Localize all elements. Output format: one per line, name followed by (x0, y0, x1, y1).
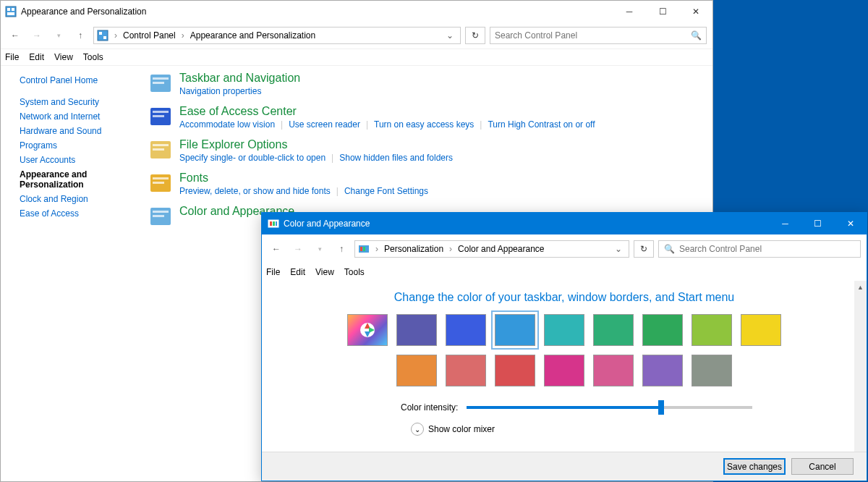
up-button[interactable]: ↑ (333, 240, 350, 258)
search-icon[interactable]: 🔍 (690, 30, 702, 41)
category-link[interactable]: Accommodate low vision (179, 119, 275, 130)
category-title[interactable]: Ease of Access Center (179, 105, 595, 118)
address-bar: ← → ▾ ↑ › Personalization › Color and Ap… (262, 234, 867, 263)
category-link[interactable]: Preview, delete, or show and hide fonts (179, 186, 331, 196)
minimize-button[interactable]: ─ (769, 213, 801, 234)
chevron-down-icon: ⌄ (411, 423, 424, 436)
menu-bar: File Edit View Tools (262, 263, 867, 281)
category-link[interactable]: Navigation properties (179, 86, 261, 96)
category-icon (149, 205, 172, 228)
sidebar-item[interactable]: Appearance and Personalization (20, 167, 135, 192)
refresh-button[interactable]: ↻ (634, 240, 654, 258)
category-link[interactable]: Change Font Settings (344, 186, 428, 196)
address-dropdown[interactable]: ⌄ (443, 30, 457, 41)
search-input[interactable] (495, 30, 690, 41)
menu-tools[interactable]: Tools (344, 267, 365, 277)
search-box[interactable]: 🔍 (658, 240, 861, 258)
close-button[interactable]: ✕ (834, 213, 867, 234)
category-icon (149, 105, 172, 128)
maximize-button[interactable]: ☐ (646, 1, 679, 22)
color-appearance-window: Color and Appearance ─ ☐ ✕ ← → ▾ ↑ › Per… (261, 212, 867, 481)
color-swatch[interactable] (593, 314, 634, 346)
category-link[interactable]: Specify single- or double-click to open (179, 153, 326, 163)
menu-file[interactable]: File (5, 52, 19, 62)
menu-file[interactable]: File (266, 267, 280, 277)
sidebar-item[interactable]: Hardware and Sound (20, 124, 135, 138)
up-button[interactable]: ↑ (72, 27, 89, 44)
back-button[interactable]: ← (7, 27, 24, 44)
save-changes-button[interactable]: Save changes (723, 458, 786, 475)
recent-dropdown[interactable]: ▾ (50, 27, 67, 44)
address-field[interactable]: › Control Panel › Appearance and Persona… (93, 27, 461, 44)
sidebar-item[interactable]: Ease of Access (20, 206, 135, 221)
forward-button[interactable]: → (28, 27, 46, 44)
breadcrumb-item[interactable]: Control Panel (123, 30, 176, 41)
color-mixer-toggle[interactable]: ⌄ Show color mixer (376, 423, 752, 436)
sidebar-item[interactable]: User Accounts (20, 153, 135, 167)
address-bar: ← → ▾ ↑ › Control Panel › Appearance and… (1, 22, 712, 48)
category-link[interactable]: Show hidden files and folders (339, 153, 453, 163)
color-swatch[interactable] (642, 355, 683, 386)
search-box[interactable]: 🔍 (490, 27, 707, 44)
breadcrumb-separator: › (375, 244, 378, 254)
svg-rect-9 (153, 82, 164, 84)
address-field[interactable]: › Personalization › Color and Appearance… (354, 240, 629, 258)
category-link[interactable]: Turn on easy access keys (374, 119, 474, 130)
menu-edit[interactable]: Edit (29, 52, 44, 62)
color-swatch[interactable] (593, 355, 634, 386)
sidebar-home[interactable]: Control Panel Home (20, 73, 135, 88)
content-area: Change the color of your taskbar, window… (262, 281, 867, 452)
color-swatch[interactable] (692, 314, 732, 346)
address-dropdown[interactable]: ⌄ (611, 244, 626, 254)
sidebar-item[interactable]: Programs (20, 138, 135, 153)
breadcrumb-item[interactable]: Color and Appearance (458, 244, 544, 254)
category-title[interactable]: File Explorer Options (179, 138, 453, 151)
menu-view[interactable]: View (315, 267, 334, 277)
intensity-slider[interactable] (467, 406, 752, 409)
color-swatch[interactable] (495, 314, 535, 346)
color-swatch[interactable] (396, 314, 437, 346)
category-row: FontsPreview, delete, or show and hide f… (149, 172, 698, 196)
forward-button[interactable]: → (289, 240, 307, 258)
breadcrumb-separator: › (114, 30, 117, 41)
category-title[interactable]: Taskbar and Navigation (179, 72, 300, 85)
svg-rect-20 (153, 211, 169, 213)
breadcrumb-item[interactable]: Appearance and Personalization (190, 30, 315, 41)
color-swatch[interactable] (642, 314, 683, 346)
search-input[interactable] (679, 244, 856, 254)
color-swatch[interactable] (544, 314, 584, 346)
color-swatch[interactable] (446, 314, 486, 346)
scrollbar[interactable]: ▲ (854, 281, 867, 452)
color-swatch[interactable] (495, 355, 535, 386)
refresh-button[interactable]: ↻ (465, 27, 485, 44)
menu-tools[interactable]: Tools (83, 52, 103, 62)
category-link[interactable]: Turn High Contrast on or off (488, 119, 595, 130)
close-button[interactable]: ✕ (679, 1, 712, 22)
color-swatch[interactable] (347, 314, 388, 346)
color-swatch[interactable] (741, 314, 781, 346)
control-panel-icon (5, 6, 17, 17)
search-icon: 🔍 (663, 244, 675, 254)
breadcrumb-separator: › (182, 30, 184, 41)
menu-view[interactable]: View (54, 52, 73, 62)
sidebar-item[interactable]: Network and Internet (20, 109, 135, 124)
cancel-button[interactable]: Cancel (791, 458, 854, 475)
breadcrumb-item[interactable]: Personalization (384, 244, 443, 254)
color-swatch-grid (347, 314, 781, 386)
category-link[interactable]: Use screen reader (289, 119, 360, 130)
slider-thumb[interactable] (658, 400, 664, 415)
menu-edit[interactable]: Edit (290, 267, 305, 277)
scroll-up-icon[interactable]: ▲ (854, 281, 867, 293)
recent-dropdown[interactable]: ▾ (311, 240, 328, 258)
minimize-button[interactable]: ─ (613, 1, 646, 22)
color-swatch[interactable] (692, 355, 732, 386)
back-button[interactable]: ← (268, 240, 285, 258)
sidebar-item[interactable]: System and Security (20, 95, 135, 109)
maximize-button[interactable]: ☐ (801, 213, 834, 234)
category-title[interactable]: Fonts (179, 172, 428, 185)
sidebar-item[interactable]: Clock and Region (20, 192, 135, 206)
color-swatch[interactable] (396, 355, 437, 386)
color-swatch[interactable] (446, 355, 486, 386)
svg-rect-3 (7, 12, 14, 15)
color-swatch[interactable] (544, 355, 584, 386)
